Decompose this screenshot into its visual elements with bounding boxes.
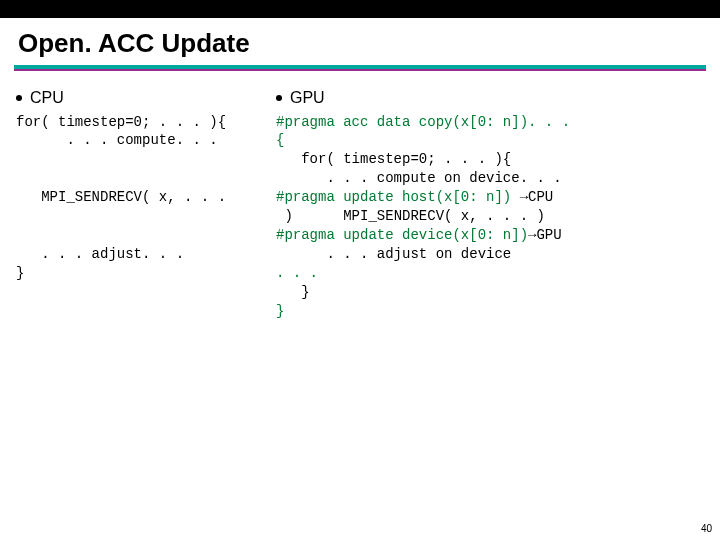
slide-body: CPU for( timestep=0; . . . ){ . . . comp…	[0, 69, 720, 320]
gpu-code-line: }	[276, 283, 710, 302]
cpu-bullet-label: CPU	[30, 87, 64, 109]
gpu-code-line: for( timestep=0; . . . ){	[276, 150, 710, 169]
spacer	[16, 150, 276, 188]
gpu-code-line: #pragma acc data copy(x[0: n]). . .	[276, 113, 710, 132]
close-paren: )	[276, 208, 293, 224]
mpi-call: MPI_SENDRECV( x, . . . )	[293, 208, 545, 224]
page-number: 40	[701, 523, 712, 534]
cpu-code-line: MPI_SENDRECV( x, . . .	[16, 188, 276, 207]
gpu-label: GPU	[536, 227, 561, 243]
gpu-code-line: ) MPI_SENDRECV( x, . . . )	[276, 207, 710, 226]
cpu-bullet-row: CPU	[16, 87, 276, 109]
pragma-text: #pragma update host(x[0: n])	[276, 189, 520, 205]
cpu-code-line: . . . adjust. . .	[16, 245, 276, 264]
spacer	[16, 207, 276, 245]
gpu-code-line: #pragma update host(x[0: n]) →CPU	[276, 188, 710, 207]
slide-title: Open. ACC Update	[0, 18, 720, 65]
pragma-text: #pragma update device(x[0: n])	[276, 227, 528, 243]
top-black-bar	[0, 0, 720, 18]
gpu-code-line: . . . adjust on device	[276, 245, 710, 264]
cpu-code-line: . . . compute. . .	[16, 131, 276, 150]
gpu-bullet-label: GPU	[290, 87, 325, 109]
left-column: CPU for( timestep=0; . . . ){ . . . comp…	[16, 87, 276, 320]
cpu-code-line: for( timestep=0; . . . ){	[16, 113, 276, 132]
cpu-label: CPU	[528, 189, 553, 205]
cpu-code-line: }	[16, 264, 276, 283]
slide: Open. ACC Update CPU for( timestep=0; . …	[0, 0, 720, 540]
gpu-code-line: . . .	[276, 264, 710, 283]
right-column: GPU #pragma acc data copy(x[0: n]). . . …	[276, 87, 710, 320]
gpu-code-line: . . . compute on device. . .	[276, 169, 710, 188]
arrow-right-icon: →	[520, 189, 528, 205]
bullet-dot-icon	[276, 95, 282, 101]
gpu-bullet-row: GPU	[276, 87, 710, 109]
gpu-code-line: {	[276, 131, 710, 150]
gpu-code-line: }	[276, 302, 710, 321]
gpu-code-line: #pragma update device(x[0: n])→GPU	[276, 226, 710, 245]
bullet-dot-icon	[16, 95, 22, 101]
